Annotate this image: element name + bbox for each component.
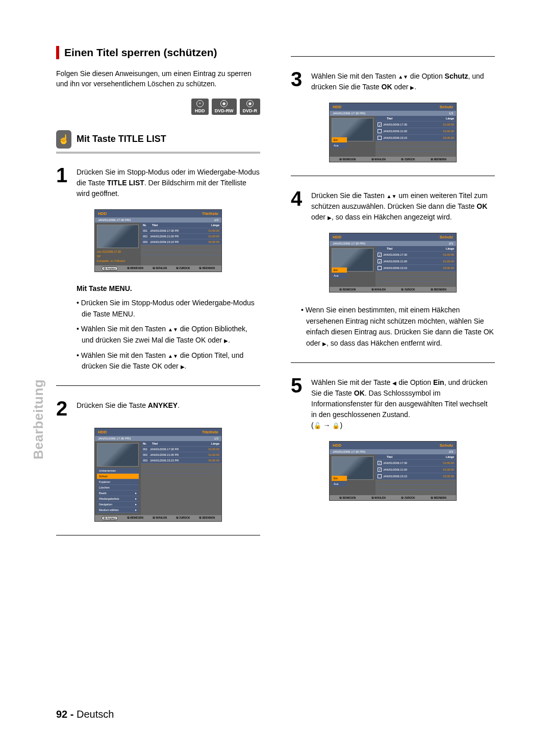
badge-hdd: ≡HDD: [191, 99, 209, 115]
left-column: Einen Titel sperren (schützen) Folgen Si…: [56, 46, 260, 549]
step-text: Wählen Sie mit den Tasten die Option Sch…: [311, 70, 495, 92]
step-text: Wählen Sie mit der Taste die Option Ein,…: [311, 376, 495, 431]
arrow-up-icon: [387, 191, 392, 200]
arrow-down-icon: [403, 72, 408, 80]
separator: [56, 385, 260, 386]
separator: [56, 535, 260, 535]
menu-item: Umbenennen: [97, 468, 139, 474]
hand-icon: [56, 130, 71, 149]
ein-aus-toggle: Ein Aus: [332, 476, 347, 487]
screenshot-anykey-menu: HDDTitelliste JAN/01/2006 17:30 PR11/3 U…: [94, 428, 222, 522]
step-text: Drücken Sie die Tasten um einen weiteren…: [311, 189, 495, 223]
arrow-down-icon: [173, 351, 178, 359]
screenshot-schutz-2: HDDSchutz JAN/01/2006 17:30 PR12/3 Titel…: [329, 233, 457, 292]
lock-closed-icon: [332, 421, 340, 429]
arrow-right-icon: [322, 339, 327, 347]
menu-item: Wiedergabeliste▸: [97, 496, 139, 502]
separator: [291, 176, 495, 176]
subsection-header: Mit Taste TITLE LIST: [56, 130, 260, 154]
menu-bullet-1: Drücken Sie im Stopp-Modus oder Wiederga…: [77, 298, 260, 320]
media-badges: ≡HDD ◉DVD-RW ◉DVD-R: [56, 99, 260, 115]
menu-item: Kopieren: [97, 479, 139, 485]
step-1: 1 Drücken Sie im Stopp-Modus oder im Wie…: [56, 166, 260, 199]
section-accent-bar: [56, 46, 59, 59]
separator: [291, 56, 495, 57]
menu-heading: Mit Taste MENU.: [77, 284, 260, 292]
arrow-right-icon: [328, 213, 332, 221]
intro-paragraph: Folgen Sie diesen Anweisungen, um einen …: [56, 68, 260, 89]
menu-item-selected: Schutz: [97, 474, 139, 479]
arrow-down-icon: [392, 191, 397, 200]
menu-item: Navigation▸: [97, 502, 139, 507]
side-section-label: Bearbeitung: [31, 379, 46, 459]
step-4-note: Wenn Sie einen bestimmten, mit einem Häk…: [301, 305, 495, 349]
page-content: Einen Titel sperren (schützen) Folgen Si…: [56, 46, 500, 549]
menu-item: Löschen: [97, 485, 139, 491]
menu-bullet-list: Drücken Sie im Stopp-Modus oder Wiederga…: [77, 298, 260, 372]
menu-item: Medium wählen▸: [97, 507, 139, 513]
arrow-up-icon: [168, 351, 173, 359]
screenshot-title-list: HDDTitelliste JAN/01/2006 17:30 PR11/3 J…: [94, 209, 222, 272]
subsection-title: Mit Taste TITLE LIST: [77, 134, 166, 144]
lock-open-icon: [314, 421, 321, 429]
step-number: 5: [291, 376, 305, 431]
page-footer: 92 - Deutsch: [56, 709, 114, 720]
step-2: 2 Drücken Sie die Taste ANYKEY.: [56, 399, 260, 418]
right-column: 3 Wählen Sie mit den Tasten die Option S…: [291, 46, 495, 549]
step-number: 2: [56, 399, 70, 418]
preview-thumbnail: [97, 225, 139, 248]
arrow-right-icon: [181, 362, 185, 370]
badge-dvd-r: ◉DVD-R: [240, 99, 261, 115]
menu-item: Bearb.▸: [97, 491, 139, 496]
menu-bullet-3: Wählen Sie mit den Tasten die Option Tit…: [77, 350, 260, 372]
step-3: 3 Wählen Sie mit den Tasten die Option S…: [291, 70, 495, 92]
page-language: Deutsch: [77, 709, 114, 720]
page-number: 92 -: [56, 709, 73, 720]
arrow-down-icon: [173, 325, 178, 333]
arrow-right-icon: [224, 336, 228, 344]
step-5: 5 Wählen Sie mit der Taste die Option Ei…: [291, 376, 495, 431]
separator: [291, 362, 495, 363]
arrow-up-icon: [398, 72, 403, 80]
ein-aus-toggle: Ein Aus: [332, 137, 347, 149]
step-4-note-item: Wenn Sie einen bestimmten, mit einem Häk…: [301, 305, 495, 349]
step-number: 1: [56, 166, 70, 199]
screenshot-schutz-1: HDDSchutz JAN/01/2006 17:30 PR11/3 Titel…: [329, 103, 457, 162]
step-text: Drücken Sie die Taste ANYKEY.: [77, 399, 180, 418]
ein-aus-toggle: Ein Aus: [332, 267, 347, 279]
section-title: Einen Titel sperren (schützen): [64, 46, 217, 59]
step-number: 4: [291, 189, 305, 223]
step-4: 4 Drücken Sie die Tasten um einen weiter…: [291, 189, 495, 223]
step-text: Drücken Sie im Stopp-Modus oder im Wiede…: [77, 166, 260, 199]
menu-bullet-2: Wählen Sie mit den Tasten die Option Bib…: [77, 324, 260, 346]
step-number: 3: [291, 70, 305, 92]
screenshot-schutz-3: HDDSchutz JAN/01/2006 17:30 PR12/3 Titel…: [329, 441, 457, 501]
badge-dvd-rw: ◉DVD-RW: [212, 99, 237, 115]
arrow-up-icon: [168, 325, 173, 333]
